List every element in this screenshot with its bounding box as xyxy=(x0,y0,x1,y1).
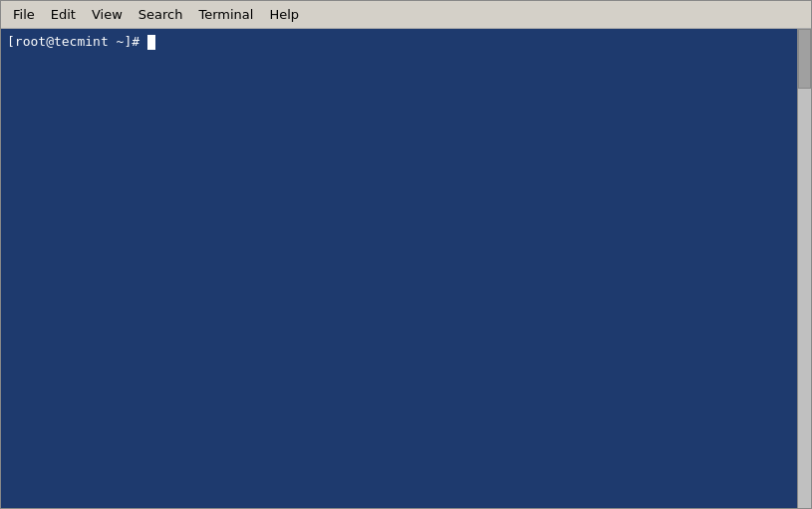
menu-view[interactable]: View xyxy=(84,4,131,25)
terminal-prompt: [root@tecmint ~]# xyxy=(7,33,147,51)
menu-file[interactable]: File xyxy=(5,4,43,25)
scrollbar-thumb[interactable] xyxy=(798,29,811,89)
menubar: File Edit View Search Terminal Help xyxy=(1,1,811,29)
menu-help[interactable]: Help xyxy=(261,4,307,25)
menu-edit[interactable]: Edit xyxy=(43,4,84,25)
terminal-cursor xyxy=(147,35,155,50)
scrollbar-track[interactable] xyxy=(797,29,811,508)
terminal-window: File Edit View Search Terminal Help [roo… xyxy=(0,0,812,509)
terminal-body[interactable]: [root@tecmint ~]# xyxy=(1,29,811,508)
menu-terminal[interactable]: Terminal xyxy=(190,4,261,25)
terminal-prompt-line: [root@tecmint ~]# xyxy=(7,33,805,51)
menu-search[interactable]: Search xyxy=(131,4,191,25)
